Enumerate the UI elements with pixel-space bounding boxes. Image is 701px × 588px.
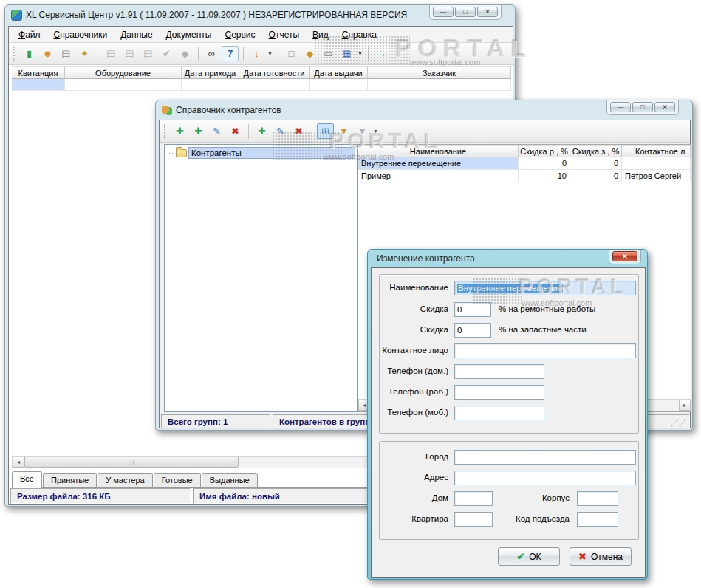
building-input[interactable] [577, 491, 618, 506]
house-input[interactable] [454, 491, 493, 506]
cell-date-ready[interactable] [239, 79, 310, 91]
doc-view-icon[interactable]: ▤ [121, 46, 138, 61]
cell-name[interactable]: Внутреннее перемещение [358, 157, 519, 170]
delete-record-icon[interactable]: ✖ [290, 123, 307, 139]
sort-dropdown-icon[interactable]: ▾ [267, 50, 273, 57]
cell-discount-parts[interactable]: 0 [570, 157, 622, 170]
column-discount-parts[interactable]: Скидка з., % [570, 145, 622, 157]
menu-service[interactable]: Сервис [218, 27, 261, 42]
cell-contact[interactable] [622, 157, 691, 170]
cell-date-out[interactable] [310, 79, 368, 91]
add-group-icon[interactable]: ✚ [171, 123, 188, 139]
cancel-button[interactable]: ✖ Отмена [570, 547, 632, 566]
tab-issued[interactable]: Выданные [202, 473, 258, 488]
reception-icon[interactable]: ▮ [21, 46, 38, 61]
cell-customer[interactable] [368, 79, 511, 91]
menu-file[interactable]: Файл [12, 27, 47, 42]
address-input[interactable] [454, 471, 636, 485]
doc-accept-icon[interactable]: ✔ [158, 46, 175, 61]
cell-receipt[interactable] [12, 79, 65, 91]
phone-work-input[interactable] [454, 385, 544, 400]
cell-discount-parts[interactable]: 0 [570, 170, 622, 182]
scroll-thumb[interactable]: ||| [24, 457, 239, 468]
doc-save-icon[interactable]: ▤ [140, 46, 157, 61]
export-icon[interactable]: → [373, 46, 390, 61]
discount-repair-input[interactable]: 0 [454, 302, 491, 317]
dialog-titlebar[interactable]: Изменение контрагента [368, 250, 647, 267]
cell-date-in[interactable] [182, 79, 239, 91]
scroll-right-icon[interactable]: ▸ [679, 400, 691, 411]
maximize-button[interactable]: □ [455, 7, 476, 17]
resize-grip-icon[interactable]: ⋰⋰ [671, 419, 687, 427]
clients-icon[interactable]: ☻ [39, 46, 56, 61]
menu-help[interactable]: Справка [335, 27, 383, 42]
tab-accepted[interactable]: Принятые [43, 473, 97, 488]
edit-record-icon[interactable]: ✎ [272, 123, 289, 139]
phone-mobile-input[interactable] [454, 406, 544, 420]
tree-root-label[interactable]: Контрагенты [188, 147, 355, 159]
sort-icon[interactable]: ↓ [248, 46, 265, 61]
cell-equipment[interactable] [65, 79, 182, 91]
open-folder-icon[interactable]: ◆ [301, 46, 318, 61]
entry-code-input[interactable] [577, 512, 618, 527]
minimize-button[interactable]: — [610, 102, 631, 112]
save-dropdown-icon[interactable]: ▾ [357, 50, 363, 57]
tab-ready[interactable]: Готовые [154, 473, 201, 488]
close-button[interactable]: ✕ [654, 102, 675, 112]
toolbar-grip[interactable] [164, 124, 168, 139]
tree-root-item[interactable]: Контрагенты [165, 145, 357, 159]
filter-icon[interactable]: ▼ [335, 123, 352, 139]
column-customer[interactable]: Заказчик [368, 66, 511, 79]
city-input[interactable] [454, 450, 636, 465]
scroll-left-icon[interactable]: ◂ [13, 457, 24, 468]
contact-input[interactable] [454, 343, 636, 358]
menu-data[interactable]: Данные [114, 27, 159, 42]
column-equipment[interactable]: Оборудование [65, 66, 182, 79]
print-preview-icon[interactable]: ▭ [320, 46, 337, 61]
name-input[interactable]: Внутреннее перемещение [454, 281, 636, 295]
cell-discount-repair[interactable]: 10 [519, 170, 570, 182]
apartment-input[interactable] [454, 512, 493, 527]
calendar-icon[interactable]: 7 [222, 46, 239, 61]
new-document-icon[interactable]: □ [283, 46, 300, 61]
cell-discount-repair[interactable]: 0 [519, 157, 570, 170]
doc-card-icon[interactable]: ▤ [103, 46, 120, 61]
ok-button[interactable]: ✔ ОК [498, 547, 560, 566]
discount-parts-input[interactable]: 0 [454, 323, 491, 338]
tag-icon[interactable]: ◆ [177, 46, 194, 61]
column-name[interactable]: Наименование [358, 145, 519, 157]
orders-table-row[interactable] [12, 79, 511, 91]
tab-all[interactable]: Все [12, 471, 42, 488]
column-date-out[interactable]: Дата выдачи [310, 66, 368, 79]
copy-icon[interactable]: ▤ [58, 46, 75, 61]
menu-reports[interactable]: Отчеты [262, 27, 307, 42]
search-icon[interactable]: ∞ [203, 46, 220, 61]
phone-home-input[interactable] [454, 364, 544, 379]
column-date-in[interactable]: Дата прихода [182, 66, 239, 79]
menu-view[interactable]: Вид [306, 27, 335, 42]
contractor-row[interactable]: Пример 10 0 Петров Сергей [358, 170, 691, 182]
tab-at-master[interactable]: У мастера [98, 473, 153, 488]
toolbar-grip[interactable] [13, 47, 17, 61]
contractor-row[interactable]: Внутреннее перемещение 0 0 [358, 157, 691, 170]
column-receipt[interactable]: Квитанция [12, 66, 65, 79]
close-button[interactable]: ✕ [612, 251, 637, 261]
close-button[interactable]: ✕ [477, 7, 498, 17]
cell-contact[interactable]: Петров Сергей [622, 170, 691, 182]
edit-group-icon[interactable]: ✎ [208, 123, 225, 139]
access-key-icon[interactable]: ✦ [76, 46, 93, 61]
column-contact[interactable]: Контактное л [622, 145, 691, 157]
menu-directories[interactable]: Справочники [47, 27, 114, 42]
add-subgroup-icon[interactable]: ✚ [190, 123, 207, 139]
filter-off-icon[interactable]: ▼ [354, 123, 371, 139]
delete-group-icon[interactable]: ✖ [227, 123, 244, 139]
save-icon[interactable]: ▦ [338, 46, 355, 61]
maximize-button[interactable]: □ [632, 102, 653, 112]
add-record-icon[interactable]: ✚ [253, 123, 270, 139]
column-discount-repair[interactable]: Скидка р., % [519, 145, 570, 157]
cell-name[interactable]: Пример [358, 170, 519, 182]
column-date-ready[interactable]: Дата готовности [239, 66, 310, 79]
menu-documents[interactable]: Документы [160, 27, 219, 42]
tree-view-toggle-icon[interactable]: ⊞ [317, 123, 334, 139]
filter-dropdown-icon[interactable]: ▾ [372, 128, 379, 134]
